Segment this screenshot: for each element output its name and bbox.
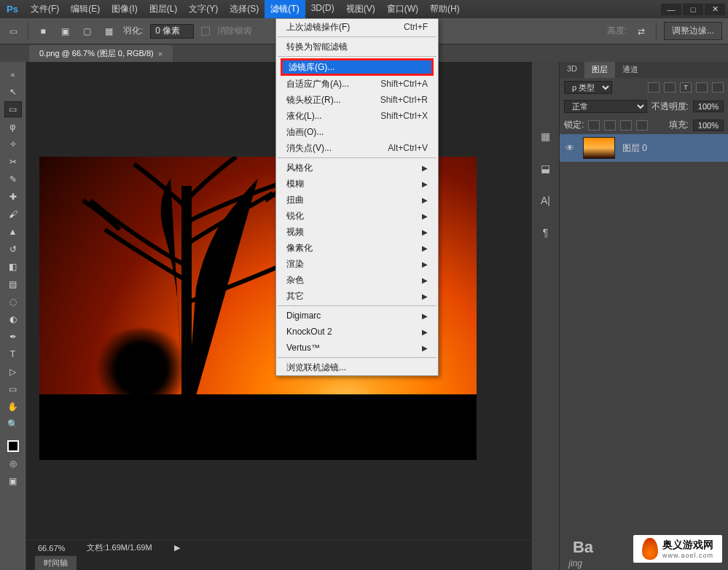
lock-all-icon[interactable] [636,120,648,130]
selection-intersect-icon[interactable]: ▦ [101,24,116,39]
menu-filter[interactable]: 滤镜(T) [265,0,305,18]
dd-sharpen[interactable]: 锐化▶ [276,208,438,224]
quick-mask-icon[interactable]: ◎ [4,456,22,472]
dd-pixelate[interactable]: 像素化▶ [276,240,438,256]
close-button[interactable]: ✕ [705,4,725,15]
status-arrow-icon[interactable]: ▶ [174,543,180,553]
menu-select[interactable]: 选择(S) [224,0,265,18]
zoom-tool-icon[interactable]: 🔍 [4,416,22,432]
collapse-tools-icon[interactable]: « [4,66,22,82]
dd-vertus[interactable]: Vertus™▶ [276,340,438,356]
close-tab-icon[interactable]: × [158,50,163,58]
filter-type-icon[interactable]: T [680,82,692,93]
menu-help[interactable]: 帮助(H) [424,0,466,18]
selection-sub-icon[interactable]: ▢ [79,24,94,39]
menu-window[interactable]: 窗口(W) [381,0,424,18]
filter-shape-icon[interactable] [696,82,708,93]
histogram-panel-icon[interactable]: ▦ [537,128,555,145]
type-tool-icon[interactable]: T [4,346,22,362]
filter-adjust-icon[interactable] [664,82,676,93]
layer-name[interactable]: 图层 0 [622,142,647,155]
move-tool-icon[interactable]: ↖ [4,84,22,100]
menu-3d[interactable]: 3D(D) [305,0,340,18]
eraser-tool-icon[interactable]: ◧ [4,259,22,275]
doc-size[interactable]: 文档:1.69M/1.69M [87,542,152,553]
filter-pixel-icon[interactable] [648,82,659,93]
document-tab[interactable]: 0.png @ 66.7% (图层 0, RGB/8) × [29,45,173,62]
layer-thumbnail[interactable] [583,137,615,159]
dd-convert-smart[interactable]: 转换为智能滤镜 [276,39,438,55]
dodge-tool-icon[interactable]: ◐ [4,311,22,327]
dd-vanishing-point[interactable]: 消失点(V)...Alt+Ctrl+V [276,140,438,156]
stamp-tool-icon[interactable]: ▲ [4,224,22,240]
antialias-checkbox[interactable] [201,27,210,36]
menu-view[interactable]: 视图(V) [340,0,381,18]
dd-filter-gallery[interactable]: 滤镜库(G)... [281,58,434,76]
dd-oil-paint[interactable]: 油画(O)... [276,124,438,140]
eyedropper-tool-icon[interactable]: ✎ [4,171,22,187]
hand-tool-icon[interactable]: ✋ [4,399,22,415]
menu-image[interactable]: 图像(I) [106,0,143,18]
dd-other[interactable]: 其它▶ [276,288,438,304]
watermark-url: www.aoel.com [662,552,713,559]
opacity-value[interactable]: 100% [693,101,724,112]
selection-new-icon[interactable]: ■ [36,24,50,39]
lock-position-icon[interactable] [620,120,632,130]
dd-lens-correction[interactable]: 镜头校正(R)...Shift+Ctrl+R [276,92,438,108]
brush-tool-icon[interactable]: 🖌 [4,206,22,222]
dd-video[interactable]: 视频▶ [276,224,438,240]
paragraph-panel-icon[interactable]: ¶ [537,224,555,241]
marquee-tool[interactable]: ▭ [4,101,22,117]
menu-type[interactable]: 文字(Y) [183,0,224,18]
swap-icon[interactable]: ⇄ [634,24,649,39]
layer-kind-select[interactable]: ρ 类型 [564,81,612,94]
menu-layer[interactable]: 图层(L) [144,0,184,18]
dd-knockout[interactable]: KnockOut 2▶ [276,324,438,340]
character-panel-icon[interactable]: A| [537,192,555,209]
marquee-tool-icon[interactable]: ▭ [6,24,20,39]
blur-tool-icon[interactable]: ◌ [4,294,22,310]
dd-liquify[interactable]: 液化(L)...Shift+Ctrl+X [276,108,438,124]
history-brush-tool-icon[interactable]: ↺ [4,241,22,257]
layer-row[interactable]: 👁 图层 0 [560,134,728,162]
dd-render[interactable]: 渲染▶ [276,256,438,272]
refine-edge-button[interactable]: 调整边缘... [664,22,722,40]
magic-wand-tool-icon[interactable]: ✧ [4,136,22,152]
dd-stylize[interactable]: 风格化▶ [276,160,438,176]
feather-input[interactable] [150,24,194,39]
lasso-tool-icon[interactable]: φ [4,119,22,135]
lock-image-icon[interactable] [604,120,616,130]
gradient-tool-icon[interactable]: ▤ [4,276,22,292]
dd-last-filter[interactable]: 上次滤镜操作(F)Ctrl+F [276,19,438,35]
tab-channels[interactable]: 通道 [615,62,646,78]
lock-transparency-icon[interactable] [588,120,600,130]
dd-noise[interactable]: 杂色▶ [276,272,438,288]
menu-file[interactable]: 文件(F) [25,0,65,18]
minimize-button[interactable]: — [661,4,681,15]
timeline-tab[interactable]: 时间轴 [35,555,77,570]
adjustments-panel-icon[interactable]: ⬓ [537,160,555,177]
tab-3d[interactable]: 3D [560,62,584,78]
screen-mode-icon[interactable]: ▣ [4,473,22,489]
visibility-eye-icon[interactable]: 👁 [565,143,576,153]
filter-dropdown: 上次滤镜操作(F)Ctrl+F 转换为智能滤镜 滤镜库(G)... 自适应广角(… [275,18,439,376]
dd-digimarc[interactable]: Digimarc▶ [276,308,438,324]
pen-tool-icon[interactable]: ✒ [4,329,22,345]
filter-smart-icon[interactable] [712,82,724,93]
crop-tool-icon[interactable]: ✂ [4,154,22,170]
maximize-button[interactable]: □ [683,4,703,15]
fill-value[interactable]: 100% [693,120,724,131]
color-swatch[interactable] [4,438,22,454]
shape-tool-icon[interactable]: ▭ [4,381,22,397]
healing-tool-icon[interactable]: ✚ [4,189,22,205]
zoom-level[interactable]: 66.67% [38,544,65,553]
selection-add-icon[interactable]: ▣ [58,24,72,39]
dd-distort[interactable]: 扭曲▶ [276,192,438,208]
tab-layers[interactable]: 图层 [584,62,615,78]
blend-mode-select[interactable]: 正常 [564,100,647,113]
dd-browse-online[interactable]: 浏览联机滤镜... [276,359,438,375]
dd-blur[interactable]: 模糊▶ [276,176,438,192]
menu-edit[interactable]: 编辑(E) [65,0,106,18]
path-select-tool-icon[interactable]: ▷ [4,364,22,380]
dd-adaptive-wide[interactable]: 自适应广角(A)...Shift+Ctrl+A [276,76,438,92]
